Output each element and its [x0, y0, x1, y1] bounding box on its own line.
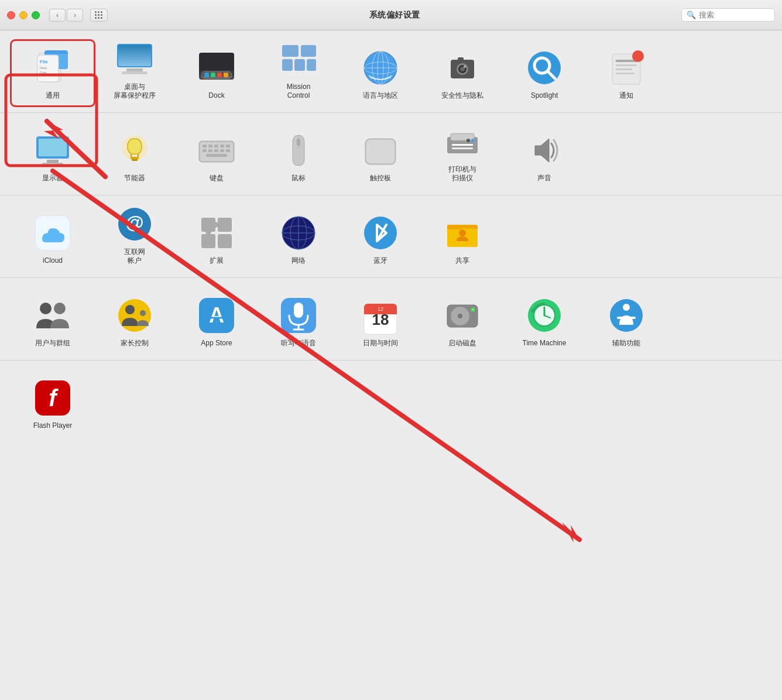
icon-item-dock[interactable]: Dock	[176, 41, 258, 105]
svg-rect-79	[452, 147, 473, 149]
icon-item-internet-accounts[interactable]: @ 互联网帐户	[94, 206, 176, 270]
search-input[interactable]	[699, 11, 769, 19]
section-hardware: 显示器	[0, 113, 782, 195]
icon-item-desktop[interactable]: 桌面与屏幕保护程序	[94, 41, 176, 105]
other-icons-grid: f Flash Player	[12, 371, 770, 435]
svg-rect-100	[447, 225, 461, 229]
back-button[interactable]: ‹	[49, 9, 66, 22]
personal-icons-grid: File New One 通用	[12, 41, 770, 105]
dictation-icon	[279, 296, 318, 335]
dock-icon	[197, 48, 236, 88]
icon-item-mouse[interactable]: 鼠标	[258, 123, 339, 188]
time-machine-label: Time Machine	[523, 339, 567, 348]
svg-point-103	[54, 303, 66, 314]
svg-rect-22	[282, 45, 299, 57]
svg-rect-86	[218, 218, 232, 232]
icon-item-app-store[interactable]: A App Store	[176, 289, 258, 353]
sharing-icon	[443, 213, 482, 253]
icon-item-printer[interactable]: 打印机与扫描仪	[421, 123, 503, 188]
icon-item-dictation[interactable]: 听写与语音	[258, 289, 339, 353]
svg-point-90	[205, 229, 211, 235]
accessibility-label: 辅助功能	[612, 339, 640, 348]
icon-item-parental-controls[interactable]: 家长控制	[94, 289, 176, 353]
close-button[interactable]	[7, 11, 15, 19]
mouse-label: 鼠标	[291, 174, 306, 183]
dictation-label: 听写与语音	[281, 339, 316, 348]
minimize-button[interactable]	[19, 11, 28, 19]
energy-icon	[115, 131, 155, 170]
svg-rect-45	[616, 68, 632, 70]
displays-icon	[33, 131, 73, 170]
icon-item-mission-control[interactable]: MissionControl	[258, 41, 339, 105]
icon-item-spotlight[interactable]: Spotlight	[503, 41, 585, 105]
internet-icons-grid: iCloud @ 互联网帐户	[12, 206, 770, 270]
icon-item-icloud[interactable]: iCloud	[12, 206, 94, 270]
svg-text:One: One	[40, 71, 47, 74]
trackpad-icon	[361, 131, 400, 170]
svg-point-123	[458, 314, 462, 318]
svg-text:@: @	[125, 212, 143, 233]
network-icon	[279, 213, 318, 253]
icon-item-startup-disk[interactable]: 启动磁盘	[421, 289, 503, 353]
section-internet: iCloud @ 互联网帐户	[0, 195, 782, 278]
icon-item-security[interactable]: 安全性与隐私	[421, 41, 503, 105]
icon-item-trackpad[interactable]: 触控板	[339, 123, 421, 188]
svg-rect-63	[220, 145, 224, 147]
icon-item-energy[interactable]: 节能器	[94, 123, 176, 188]
users-groups-label: 用户与群组	[35, 339, 70, 348]
search-box[interactable]: 🔍	[681, 8, 775, 22]
svg-rect-88	[218, 234, 232, 248]
section-other: f Flash Player	[0, 361, 782, 442]
icon-item-notification[interactable]: 通知	[585, 41, 667, 105]
svg-rect-56	[131, 157, 139, 159]
svg-text:File: File	[40, 59, 48, 64]
icloud-label: iCloud	[43, 256, 63, 266]
icon-item-flash-player[interactable]: f Flash Player	[12, 371, 94, 435]
time-machine-icon	[524, 296, 564, 335]
svg-point-106	[140, 310, 146, 316]
icon-item-bluetooth[interactable]: 蓝牙	[339, 206, 421, 270]
language-label: 语言与地区	[363, 91, 398, 101]
zoom-button[interactable]	[32, 11, 40, 19]
svg-rect-72	[297, 139, 300, 146]
svg-point-104	[118, 299, 151, 332]
nav-buttons: ‹ ›	[49, 9, 83, 22]
sound-icon	[524, 131, 564, 170]
svg-rect-51	[47, 160, 59, 163]
svg-point-102	[40, 303, 52, 314]
parental-controls-icon	[115, 296, 155, 335]
flash-player-icon: f	[33, 378, 73, 418]
app-store-icon: A	[197, 296, 236, 335]
bluetooth-icon	[361, 213, 400, 253]
icon-item-time-machine[interactable]: Time Machine	[503, 289, 585, 353]
svg-rect-46	[616, 73, 634, 74]
icon-item-displays[interactable]: 显示器	[12, 123, 94, 188]
printer-icon	[443, 122, 482, 162]
icon-item-users-groups[interactable]: 用户与群组	[12, 289, 94, 353]
icon-item-keyboard[interactable]: 键盘	[176, 123, 258, 188]
icon-item-extensions[interactable]: 扩展	[176, 206, 258, 270]
app-store-label: App Store	[201, 339, 232, 348]
svg-rect-64	[226, 145, 230, 147]
icon-item-accessibility[interactable]: 辅助功能	[585, 289, 667, 353]
icon-item-language[interactable]: 语言与地区	[339, 41, 421, 105]
icon-item-sharing[interactable]: 共享	[421, 206, 503, 270]
forward-button[interactable]: ›	[67, 9, 83, 22]
icon-item-network[interactable]: 网络	[258, 206, 339, 270]
section-system: 用户与群组 家长控制	[0, 278, 782, 361]
svg-rect-14	[122, 71, 148, 74]
sound-label: 声音	[537, 174, 551, 183]
svg-rect-66	[208, 149, 212, 152]
trackpad-label: 触控板	[370, 174, 391, 183]
grid-icon	[95, 11, 103, 19]
svg-rect-62	[214, 145, 218, 147]
icloud-icon	[33, 213, 73, 253]
general-label: 通用	[46, 91, 60, 101]
all-prefs-button[interactable]	[90, 9, 108, 22]
icon-item-general[interactable]: File New One 通用	[12, 41, 94, 105]
main-content: File New One 通用	[0, 30, 782, 442]
mission-control-icon	[279, 39, 318, 79]
icon-item-date-time[interactable]: 12 18 日期与时间	[339, 289, 421, 353]
mouse-icon	[279, 131, 318, 170]
icon-item-sound[interactable]: 声音	[503, 123, 585, 188]
